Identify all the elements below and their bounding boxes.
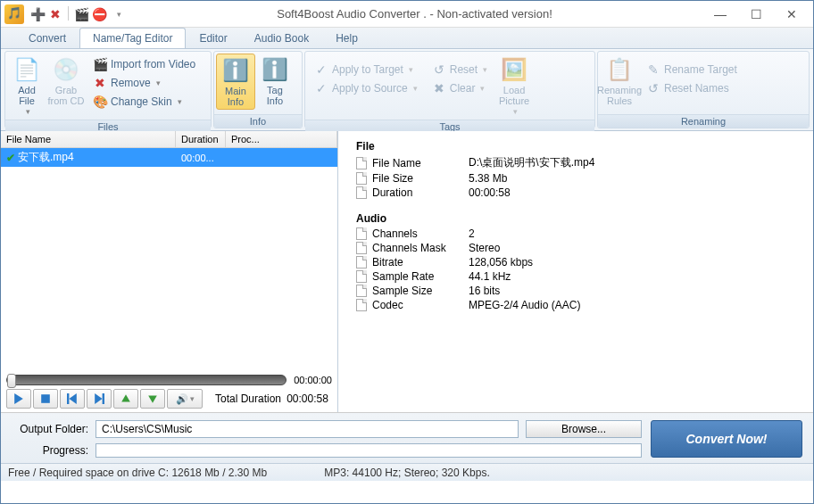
clear-button: ✖Clear▾ (427, 79, 493, 97)
picture-icon: 🖼️ (500, 55, 528, 84)
rename-target-button: ✎Rename Target (641, 61, 743, 78)
prev-button[interactable] (60, 389, 85, 409)
col-filename[interactable]: File Name (1, 131, 176, 147)
title-bar: ➕ ✖ 🎬 ⛔ ▾ Soft4Boost Audio Converter . -… (1, 1, 813, 28)
group-files: 📄 Add File ▾ 💿 Grab from CD 🎬Import from… (4, 51, 212, 128)
page-icon (356, 299, 369, 311)
minimize-button[interactable]: — (702, 3, 738, 26)
list-item[interactable]: ✔安下载.mp4 00:00... (1, 148, 337, 167)
status-bar: Free / Required space on drive C: 12618 … (1, 463, 813, 481)
info-row: Duration00:00:58 (356, 186, 806, 200)
group-renaming: 📋 Renaming Rules ✎Rename Target ↺Reset N… (597, 51, 810, 128)
chevron-down-icon: ▾ (156, 78, 161, 87)
info-row: Channels MaskStereo (356, 241, 806, 255)
svg-rect-1 (41, 394, 50, 403)
maximize-button[interactable]: ☐ (738, 3, 774, 26)
seek-slider[interactable] (6, 375, 287, 385)
tag-info-button[interactable]: ℹ️ Tag Info (255, 54, 295, 108)
page-icon (356, 285, 369, 297)
apply-target-button: ✓Apply to Target▾ (309, 61, 423, 78)
info-row: Sample Size16 bits (356, 284, 806, 298)
qat-import-icon[interactable]: 🎬 (73, 6, 89, 22)
file-list: File Name Duration Proc... ✔安下载.mp4 00:0… (1, 131, 337, 371)
next-button[interactable] (87, 389, 112, 409)
browse-button[interactable]: Browse... (526, 420, 642, 438)
tab-convert[interactable]: Convert (15, 28, 79, 48)
qat-add-icon[interactable]: ➕ (29, 6, 46, 22)
svg-marker-6 (121, 394, 130, 401)
progress-label: Progress: (12, 444, 88, 457)
info-row: File Size5.38 Mb (356, 171, 806, 186)
stop-button[interactable] (33, 389, 58, 409)
remove-button[interactable]: ✖Remove▾ (87, 74, 201, 92)
output-folder-input[interactable] (96, 420, 519, 438)
add-file-button[interactable]: 📄 Add File ▾ (7, 54, 46, 118)
app-icon (4, 4, 24, 24)
page-icon (356, 227, 369, 240)
page-icon (356, 256, 369, 269)
svg-marker-7 (148, 395, 157, 402)
tab-help[interactable]: Help (322, 28, 371, 48)
status-format: MP3: 44100 Hz; Stereo; 320 Kbps. (324, 467, 489, 479)
file-list-body[interactable]: ✔安下载.mp4 00:00... (1, 148, 337, 371)
qat-dropdown-icon[interactable]: ▾ (111, 6, 127, 22)
col-duration[interactable]: Duration (176, 131, 226, 147)
window-title: Soft4Boost Audio Converter . - Non-activ… (127, 7, 702, 21)
clear-icon: ✖ (432, 81, 446, 95)
rename-icon: ✎ (646, 62, 660, 77)
info-pane: File File NameD:\桌面说明书\安下载.mp4 File Size… (338, 131, 813, 412)
move-up-button[interactable] (113, 389, 138, 409)
info-icon: ℹ️ (261, 55, 289, 84)
file-list-pane: File Name Duration Proc... ✔安下载.mp4 00:0… (1, 131, 338, 412)
chevron-down-icon: ▾ (178, 97, 182, 106)
col-proc[interactable]: Proc... (226, 131, 337, 147)
playback-panel: 00:00:00 🔊▾ Total Duration 00:00:58 (1, 371, 337, 412)
group-label: Info (214, 114, 302, 128)
svg-rect-5 (103, 393, 104, 404)
volume-button[interactable]: 🔊▾ (167, 389, 203, 409)
clapper-icon: 🎬 (93, 57, 107, 71)
tab-name-tag-editor[interactable]: Name/Tag Editor (79, 28, 186, 48)
rules-icon: 📋 (605, 55, 634, 84)
reset-icon: ↺ (432, 62, 446, 77)
chevron-down-icon: ▾ (26, 107, 30, 116)
qat-stop-icon[interactable]: ⛔ (91, 6, 107, 22)
check-icon: ✓ (314, 62, 328, 77)
remove-icon: ✖ (93, 76, 107, 90)
cd-icon: 💿 (52, 55, 80, 84)
reset-icon: ↺ (646, 81, 660, 95)
work-area: File Name Duration Proc... ✔安下载.mp4 00:0… (1, 131, 813, 413)
svg-marker-4 (95, 393, 102, 404)
qat-remove-icon[interactable]: ✖ (47, 6, 63, 22)
add-file-icon: 📄 (12, 55, 41, 84)
ribbon: 📄 Add File ▾ 💿 Grab from CD 🎬Import from… (1, 49, 813, 131)
qat-separator (68, 6, 69, 21)
svg-rect-2 (67, 393, 69, 404)
move-down-button[interactable] (140, 389, 165, 409)
tab-audio-book[interactable]: Audio Book (241, 28, 322, 48)
bottom-panel: Output Folder: Browse... Progress: Conve… (1, 413, 813, 463)
import-video-button[interactable]: 🎬Import from Video (87, 55, 201, 73)
seek-thumb[interactable] (7, 374, 16, 388)
load-picture-button: 🖼️ Load Picture ▾ (494, 54, 534, 118)
page-icon (356, 172, 369, 185)
info-row: CodecMPEG-2/4 Audio (AAC) (356, 298, 806, 312)
status-disk: Free / Required space on drive C: 12618 … (8, 467, 267, 479)
tab-editor[interactable]: Editor (186, 28, 240, 48)
group-info: ℹ️ Main Info ℹ️ Tag Info Info (213, 51, 303, 128)
change-skin-button[interactable]: 🎨Change Skin▾ (87, 93, 201, 111)
reset-names-button: ↺Reset Names (641, 79, 743, 97)
section-file: File (356, 138, 806, 154)
quick-access-toolbar: ➕ ✖ 🎬 ⛔ ▾ (29, 6, 127, 22)
palette-icon: 🎨 (93, 95, 107, 109)
group-tags: ✓Apply to Target▾ ✓Apply to Source▾ ↺Res… (304, 51, 595, 128)
page-icon (356, 186, 369, 199)
play-button[interactable] (6, 389, 31, 409)
main-info-button[interactable]: ℹ️ Main Info (216, 54, 255, 110)
svg-marker-0 (14, 393, 23, 404)
info-row: Channels2 (356, 227, 806, 241)
info-row: Sample Rate44.1 kHz (356, 269, 806, 284)
convert-now-button[interactable]: Convert Now! (651, 420, 802, 458)
close-button[interactable]: ✕ (774, 3, 810, 26)
apply-source-button: ✓Apply to Source▾ (309, 79, 423, 97)
